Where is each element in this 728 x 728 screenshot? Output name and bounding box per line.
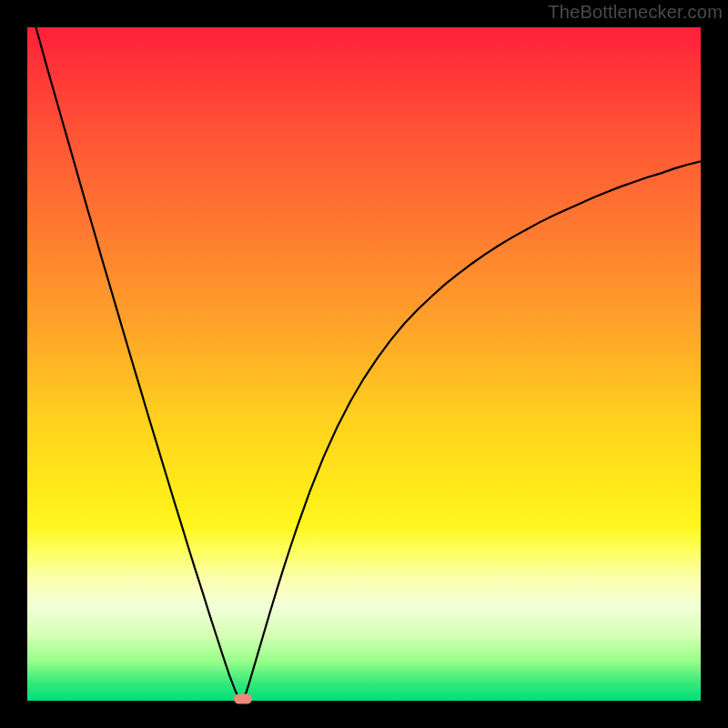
chart-frame: TheBottlenecker.com: [0, 0, 728, 728]
minimum-marker: [234, 693, 252, 703]
bottleneck-curve: [27, 27, 701, 701]
watermark-text: TheBottlenecker.com: [548, 2, 723, 23]
curve-path: [27, 0, 701, 699]
plot-area: [27, 27, 701, 701]
